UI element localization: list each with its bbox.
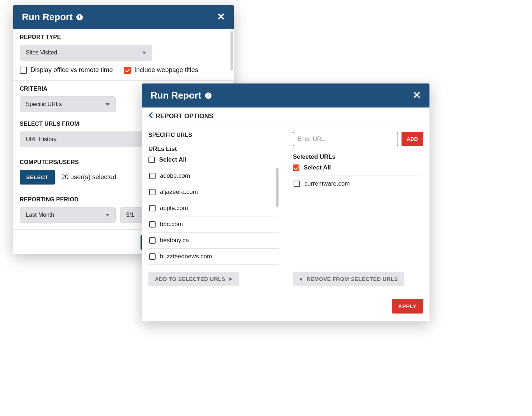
checkbox-box: [149, 189, 156, 195]
selected-urls-column: ADD Selected URLs Select All currentware…: [293, 132, 423, 265]
select-all-label: Select All: [159, 156, 186, 163]
select-urls-from-value: URL History: [26, 136, 57, 143]
close-icon[interactable]: [413, 91, 421, 100]
urls-list-column: SPECIFIC URLS URLs List Select All adobe…: [148, 132, 279, 265]
display-office-remote-checkbox[interactable]: Display office vs remote time: [20, 66, 113, 74]
selected-urls-list: currentware.com: [293, 176, 423, 192]
checkbox-box-checked: [124, 67, 131, 74]
scrollbar-thumb[interactable]: [231, 31, 233, 71]
remove-from-selected-button[interactable]: REMOVE FROM SELECTED URLS: [293, 272, 404, 286]
url-text: aljazeera.com: [160, 188, 198, 196]
panel-title: Run Report i: [151, 90, 212, 101]
list-item[interactable]: bbc.com: [148, 216, 279, 233]
url-text: apple.com: [160, 205, 188, 212]
selected-urls-title: Selected URLs: [293, 153, 423, 161]
report-type-select[interactable]: Sites Visited: [20, 45, 152, 61]
caret-down-icon: [105, 214, 110, 216]
list-item[interactable]: adobe.com: [148, 168, 279, 184]
subheader-title[interactable]: REPORT OPTIONS: [156, 113, 213, 120]
reporting-period-value: Last Month: [26, 212, 54, 218]
url-input[interactable]: [293, 132, 398, 146]
include-titles-checkbox[interactable]: Include webpage titles: [124, 66, 198, 74]
add-to-selected-button[interactable]: ADD TO SELECTED URLS: [148, 272, 239, 286]
url-text: bbc.com: [160, 221, 183, 228]
list-item[interactable]: aljazeera.com: [148, 184, 279, 200]
checkbox-box: [149, 253, 156, 260]
close-icon[interactable]: [217, 13, 225, 22]
section-report-type: REPORT TYPE Sites Visited Display office…: [13, 29, 234, 81]
checkbox-box-checked: [293, 164, 299, 171]
display-office-remote-label: Display office vs remote time: [30, 66, 113, 74]
back-icon[interactable]: [148, 113, 153, 120]
checkbox-box: [149, 173, 156, 179]
checkbox-box: [148, 157, 155, 163]
panel-header: Run Report i: [142, 83, 429, 107]
include-titles-label: Include webpage titles: [134, 66, 198, 74]
urls-list: adobe.com aljazeera.com apple.com bbc.co…: [148, 168, 279, 265]
select-all-left[interactable]: Select All: [148, 156, 279, 168]
list-item[interactable]: buzzfeednews.com: [148, 249, 279, 265]
reporting-period-from-value: 5/1: [126, 212, 134, 218]
lists-footer: ADD TO SELECTED URLS REMOVE FROM SELECTE…: [142, 267, 429, 293]
criteria-select[interactable]: Specific URLs: [20, 96, 116, 112]
panel-header: Run Report i: [13, 5, 234, 29]
checkbox-box: [149, 221, 156, 228]
title-text: Run Report: [151, 90, 201, 101]
checkbox-box: [20, 67, 27, 74]
scrollbar-thumb[interactable]: [276, 168, 279, 207]
report-type-label: REPORT TYPE: [20, 34, 227, 40]
urls-list-title: URLs List: [148, 145, 279, 153]
select-all-right[interactable]: Select All: [293, 164, 423, 176]
checkbox-box: [294, 181, 300, 187]
specific-urls-heading: SPECIFIC URLS: [148, 132, 279, 138]
checkbox-box: [149, 237, 156, 244]
list-item[interactable]: currentware.com: [293, 176, 423, 192]
url-text: bestbuy.ca: [160, 237, 189, 244]
url-text: currentware.com: [304, 180, 350, 187]
subheader: REPORT OPTIONS: [142, 107, 429, 125]
select-users-button[interactable]: SELECT: [20, 170, 55, 185]
checkbox-box: [149, 205, 156, 211]
specific-urls-panel: Run Report i REPORT OPTIONS SPECIFIC URL…: [142, 83, 429, 321]
users-selected-text: 20 user(s) selected: [61, 173, 116, 181]
apply-button[interactable]: APPLY: [392, 299, 423, 314]
url-text: adobe.com: [160, 172, 190, 180]
panel-footer: APPLY: [142, 293, 429, 321]
panel-title: Run Report i: [22, 11, 83, 23]
list-item[interactable]: bestbuy.ca: [148, 233, 279, 249]
list-item[interactable]: apple.com: [148, 200, 279, 216]
report-type-value: Sites Visited: [26, 49, 57, 56]
title-text: Run Report: [22, 11, 73, 23]
select-all-label: Select All: [304, 164, 331, 171]
reporting-period-select[interactable]: Last Month: [20, 207, 116, 223]
add-url-button[interactable]: ADD: [402, 132, 423, 146]
url-text: buzzfeednews.com: [160, 253, 212, 260]
caret-down-icon: [105, 103, 110, 106]
caret-down-icon: [142, 52, 146, 54]
info-icon[interactable]: i: [76, 14, 83, 20]
info-icon[interactable]: i: [205, 92, 212, 99]
criteria-value: Specific URLs: [26, 101, 62, 107]
